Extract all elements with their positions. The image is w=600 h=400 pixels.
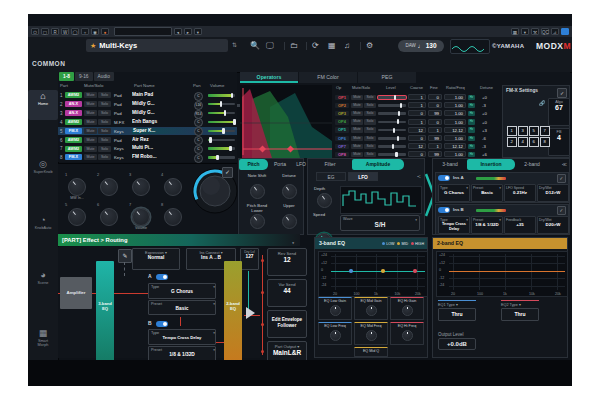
pitch-knob-upper[interactable]: Upper	[274, 204, 304, 229]
ins-a-lfo-speed[interactable]: LFO Speed0.21Hz	[504, 184, 536, 202]
operator-row[interactable]: OP4MuteSolo101.00Hz+0	[334, 118, 502, 126]
power-icon[interactable]: ⏻	[31, 28, 39, 35]
op-mute-button[interactable]: Mute	[351, 95, 363, 101]
eq3-knob-eq-hi-gain[interactable]: EQ Hi Gain	[390, 297, 424, 320]
arrow-down-icon[interactable]: ▾	[521, 28, 529, 35]
op-mute-button[interactable]: Mute	[351, 119, 363, 125]
assign-knob-3[interactable]: 3	[127, 178, 155, 196]
eq2-type-select[interactable]: EQ2 Type ▾ Thru	[501, 300, 539, 321]
part-volume-slider[interactable]	[208, 139, 235, 142]
var-send-box[interactable]: Var Send44	[267, 279, 307, 307]
op-ratio-cell[interactable]: 1.00	[444, 135, 466, 141]
eq3-knob-eq-low-gain[interactable]: EQ Low Gain	[318, 297, 352, 320]
tab-pitch[interactable]: Pitch	[239, 159, 268, 170]
ins-b-toggle[interactable]	[156, 321, 168, 327]
monitor-icon[interactable]: 🖵	[266, 41, 274, 51]
op-ratio-cell[interactable]: 1.00	[444, 102, 466, 108]
ins-b-checkbox[interactable]: ✓	[557, 206, 566, 215]
part-volume-slider[interactable]	[208, 121, 235, 124]
op-coarse-cell[interactable]: 1	[408, 102, 426, 108]
waveform-monitor[interactable]	[450, 39, 490, 54]
assign-knob-6[interactable]: 6	[95, 208, 123, 226]
op-mute-button[interactable]: Mute	[351, 136, 363, 142]
op-coarse-cell[interactable]: 1	[408, 119, 426, 125]
ins-b-feedback[interactable]: Feedback+35	[504, 216, 536, 234]
op-coarse-cell[interactable]: 12	[408, 127, 426, 133]
eq-band-handle[interactable]	[349, 269, 353, 273]
op-detune-value[interactable]: +3	[482, 128, 487, 133]
ins-b-type[interactable]: Type ▾Tempo Cross Delay	[438, 216, 470, 234]
sidebar-item-home[interactable]: ⌂Home	[28, 90, 58, 120]
pitch-knob-detune[interactable]: Detune	[274, 174, 304, 199]
op-fine-cell[interactable]: 99	[428, 110, 442, 116]
sidebar-item-scene[interactable]: ◕Scene	[28, 269, 58, 295]
eq3-knob-eq-mid-q[interactable]: EQ Mid Q	[354, 347, 388, 357]
part-row[interactable]: 8FM-XMuteSoloKeysFM Robo...C	[58, 153, 237, 162]
output-level-box[interactable]: Output Level +0.0dB	[438, 332, 476, 350]
operator-row[interactable]: OP5MuteSolo12112.12Hz+3	[334, 126, 502, 134]
op-solo-button[interactable]: Solo	[364, 95, 376, 101]
loop-icon[interactable]: ⟳	[312, 41, 319, 51]
ins-a-checkbox[interactable]: ✓	[557, 174, 566, 183]
op-fine-cell[interactable]: 0	[428, 102, 442, 108]
part-row[interactable]: 6AWM2MuteSoloPadAir RezC	[58, 136, 237, 145]
ins-a-type[interactable]: Type ▾G Chorus	[438, 184, 470, 202]
ins-a-dry-wet[interactable]: Dry/WetD12>W	[537, 184, 569, 202]
part-volume-slider[interactable]	[208, 103, 235, 106]
op-solo-button[interactable]: Solo	[364, 152, 376, 158]
performance-stepper-icon[interactable]: ⇅	[232, 41, 237, 48]
op-fine-cell[interactable]: 1	[428, 127, 442, 133]
eq3-knob-eq-mid-gain[interactable]: EQ Mid Gain	[354, 297, 388, 320]
op-ratio-cell[interactable]: 12.12	[444, 127, 466, 133]
sidebar-item-smart-morph[interactable]: ▦SmartMorph	[28, 327, 58, 353]
eq3-knob-eq-hi-freq[interactable]: EQ Hi Freq	[390, 322, 424, 345]
operator-tab-peg[interactable]: PEG	[358, 72, 416, 83]
op-solo-button[interactable]: Solo	[364, 127, 376, 133]
chrome-menu-icon[interactable]: ▾	[194, 28, 202, 35]
qc-icon[interactable]: QC	[541, 28, 549, 35]
algorithm-selector[interactable]: Algo67	[548, 98, 570, 126]
grid-icon[interactable]: ▦	[328, 41, 336, 51]
part-mute-button[interactable]: Mute	[84, 101, 97, 107]
ins-a-toggle[interactable]	[438, 175, 450, 181]
op-level-slider[interactable]	[378, 145, 406, 148]
op-coarse-cell[interactable]: 0	[408, 110, 426, 116]
part-mute-button[interactable]: Mute	[84, 119, 97, 125]
record-icon[interactable]: ●	[101, 28, 109, 35]
ins-a-preset-select[interactable]: Preset ▾ Basic	[148, 300, 216, 315]
op-fine-cell[interactable]: 0	[428, 94, 442, 100]
op-detune-value[interactable]: +0	[482, 95, 487, 100]
operator-row[interactable]: OP3MuteSolo0991.00Hz+0	[334, 109, 502, 117]
part-row[interactable]: 2AN-XMuteSoloPadMildly G...L16	[58, 100, 237, 109]
lfo-depth-knob[interactable]	[317, 193, 332, 208]
eq3-routing-block[interactable]: 3-band EQ	[96, 261, 114, 363]
part-mute-button[interactable]: Mute	[84, 92, 97, 98]
part-solo-button[interactable]: Solo	[98, 154, 111, 160]
envelope-follower-button[interactable]: Edit EnvelopeFollower	[267, 310, 307, 338]
ins-b-type-select[interactable]: Type ▾ Tempo Cross Delay	[148, 329, 216, 345]
assign-knob-8[interactable]: 8	[159, 208, 187, 226]
ins-a-preset[interactable]: Preset ▾Basic	[471, 184, 503, 202]
part-solo-button[interactable]: Solo	[98, 146, 111, 152]
ins-b-preset[interactable]: Preset ▾1/8 & 1/32D	[471, 216, 503, 234]
op-coarse-cell[interactable]: 1	[408, 94, 426, 100]
folder-icon[interactable]: 🗀	[290, 41, 298, 51]
op-level-slider[interactable]	[378, 121, 406, 124]
common-label[interactable]: COMMON	[32, 60, 65, 67]
eq-band-handle[interactable]	[381, 269, 385, 273]
part-row[interactable]: 5FM-XMuteSoloKeysSuper K...C	[58, 127, 237, 136]
op-solo-button[interactable]: Solo	[364, 136, 376, 142]
pitch-knob-pitch-bend-lower[interactable]: Pitch Bend Lower	[242, 204, 272, 229]
part-tab-1-8[interactable]: 1-8	[59, 72, 74, 81]
op-mute-button[interactable]: Mute	[351, 152, 363, 158]
op-level-slider[interactable]	[378, 129, 406, 132]
rev-send-box[interactable]: Rev Send12	[267, 248, 307, 276]
operator-row[interactable]: OP2MuteSolo101.00Hz-3	[334, 101, 502, 109]
assign-knob-4[interactable]: 4	[159, 178, 187, 196]
fmx-checkbox[interactable]: ✓	[557, 88, 567, 98]
routing-section-header[interactable]: [PART] Effect > Routing▾	[58, 234, 300, 246]
op-mute-button[interactable]: Mute	[351, 103, 363, 109]
op-level-slider[interactable]	[378, 112, 406, 115]
op-detune-value[interactable]: +6	[482, 152, 487, 157]
part-mute-button[interactable]: Mute	[84, 146, 97, 152]
